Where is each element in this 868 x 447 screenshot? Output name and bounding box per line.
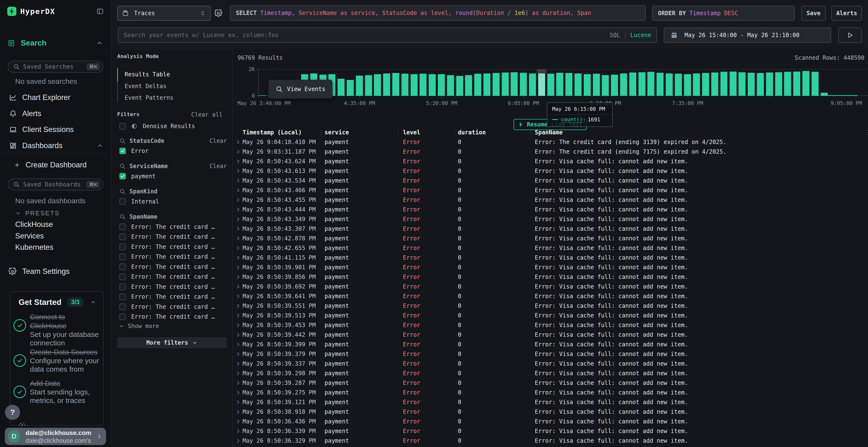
filter-checkbox[interactable] <box>119 274 126 280</box>
table-row[interactable]: May 26 9:04:18.410 PMpaymentError0Error:… <box>233 137 868 147</box>
histogram-bar[interactable] <box>565 73 572 96</box>
time-range-picker[interactable]: May 26 15:40:00 - May 26 21:10:00 <box>664 28 831 43</box>
saved-dashboards-input[interactable]: Saved Dashboards ⌘K <box>8 178 103 191</box>
histogram-bar[interactable] <box>684 74 691 96</box>
table-row[interactable]: May 26 8:50:41.115 PMpaymentError0Error:… <box>233 253 868 263</box>
row-expand-chevron-icon[interactable] <box>235 254 241 261</box>
analysis-mode-results-table[interactable]: Results Table <box>125 71 170 78</box>
histogram-bar[interactable] <box>666 73 673 96</box>
row-expand-chevron-icon[interactable] <box>235 438 241 444</box>
table-row[interactable]: May 26 8:50:39.453 PMpaymentError0Error:… <box>233 320 868 330</box>
filter-checkbox[interactable] <box>119 264 126 270</box>
row-expand-chevron-icon[interactable] <box>235 206 241 213</box>
row-expand-chevron-icon[interactable] <box>235 341 241 347</box>
histogram-bar[interactable] <box>821 93 828 96</box>
histogram-bar[interactable] <box>438 74 445 96</box>
sidebar-collapse-icon[interactable] <box>96 8 104 15</box>
table-row[interactable]: May 26 8:50:43.466 PMpaymentError0Error:… <box>233 185 868 195</box>
histogram-bar[interactable] <box>720 72 727 96</box>
histogram-bar[interactable] <box>356 76 363 96</box>
filter-option[interactable]: Error: The credit card … <box>119 293 227 301</box>
table-row[interactable]: May 26 8:50:39.641 PMpaymentError0Error:… <box>233 291 868 301</box>
help-button[interactable]: ? <box>5 405 20 419</box>
filter-option[interactable]: Error: The credit card … <box>119 233 227 241</box>
denoise-results-toggle[interactable]: Denoise Results <box>119 123 195 130</box>
more-filters-button[interactable]: More filters <box>117 337 227 348</box>
search-section-header[interactable]: Search <box>8 38 103 47</box>
histogram-bar[interactable] <box>538 73 545 96</box>
histogram-bar[interactable] <box>584 74 591 96</box>
histogram-bar[interactable] <box>702 73 709 96</box>
histogram-bar[interactable] <box>338 79 345 96</box>
histogram-bar[interactable] <box>456 76 463 96</box>
histogram-bar[interactable] <box>401 74 408 96</box>
histogram-bar[interactable] <box>575 73 582 96</box>
table-row[interactable]: May 26 8:50:39.275 PMpaymentError0Error:… <box>233 388 868 398</box>
histogram-bar[interactable] <box>602 75 609 96</box>
filter-checkbox[interactable] <box>119 224 126 230</box>
histogram-bar[interactable] <box>611 75 618 96</box>
table-row[interactable]: May 26 8:50:36.436 PMpaymentError0Error:… <box>233 417 868 426</box>
histogram-bar[interactable] <box>675 74 682 96</box>
histogram-bar[interactable] <box>593 74 600 96</box>
row-expand-chevron-icon[interactable] <box>235 370 241 376</box>
table-row[interactable]: May 26 8:50:43.444 PMpaymentError0Error:… <box>233 205 868 214</box>
table-row[interactable]: May 26 8:50:39.287 PMpaymentError0Error:… <box>233 378 868 388</box>
show-more-button[interactable]: Show more <box>119 323 159 330</box>
histogram-bar[interactable] <box>693 73 700 96</box>
table-row[interactable]: May 26 8:50:43.307 PMpaymentError0Error:… <box>233 224 868 234</box>
histogram-bar[interactable] <box>656 73 663 96</box>
chevron-up-icon[interactable] <box>90 299 96 305</box>
filter-option[interactable]: Error: The credit card … <box>119 303 227 311</box>
chevron-up-icon[interactable] <box>96 39 103 47</box>
histogram-bar[interactable] <box>465 75 472 96</box>
histogram-bar[interactable] <box>757 73 764 96</box>
filter-checkbox[interactable] <box>119 304 126 310</box>
row-expand-chevron-icon[interactable] <box>235 428 241 434</box>
row-expand-chevron-icon[interactable] <box>235 322 241 328</box>
table-row[interactable]: May 26 8:50:39.379 PMpaymentError0Error:… <box>233 349 868 359</box>
histogram-bar[interactable] <box>620 73 627 96</box>
table-row[interactable]: May 26 9:03:31.187 PMpaymentError0Error:… <box>233 147 868 157</box>
filter-option[interactable]: payment <box>119 172 227 180</box>
column-resize-handle[interactable]: ⋮ <box>528 129 534 136</box>
column-header-level[interactable]: level <box>403 129 420 136</box>
search-icon[interactable] <box>119 188 126 195</box>
histogram-bar[interactable] <box>511 72 518 96</box>
row-expand-chevron-icon[interactable] <box>235 283 241 290</box>
view-events-button[interactable]: View Events <box>268 80 333 99</box>
row-expand-chevron-icon[interactable] <box>235 158 241 165</box>
filter-option[interactable]: Internal <box>119 198 227 206</box>
sidebar-item-client-sessions[interactable]: Client Sessions <box>9 125 103 134</box>
lang-toggle-sql[interactable]: SQL <box>610 32 620 38</box>
histogram-bar[interactable] <box>775 72 782 96</box>
lucene-search-input[interactable]: Search your events w/ Lucene ex. column:… <box>118 28 657 43</box>
histogram-bar[interactable] <box>411 74 417 96</box>
histogram-bar[interactable] <box>347 80 354 96</box>
histogram-bar[interactable] <box>766 72 773 96</box>
histogram-bar[interactable] <box>374 74 381 96</box>
create-dashboard-button[interactable]: Create Dashboard <box>14 161 87 170</box>
table-row[interactable]: May 26 8:50:39.901 PMpaymentError0Error:… <box>233 263 868 272</box>
row-expand-chevron-icon[interactable] <box>235 380 241 386</box>
sql-query-input[interactable]: SELECT Timestamp, ServiceName as service… <box>230 5 646 21</box>
lang-toggle-lucene[interactable]: Lucene <box>630 32 651 38</box>
histogram-bar[interactable] <box>784 72 791 96</box>
user-menu[interactable]: D dale@clickhouse.com dale@clickhouse.co… <box>5 428 106 445</box>
get-started-item[interactable]: Connect to ClickHouseSet up your databas… <box>13 312 100 347</box>
histogram-bar[interactable] <box>365 75 372 96</box>
histogram-bar[interactable] <box>556 73 563 96</box>
row-expand-chevron-icon[interactable] <box>235 312 241 319</box>
table-row[interactable]: May 26 8:50:39.692 PMpaymentError0Error:… <box>233 282 868 291</box>
row-expand-chevron-icon[interactable] <box>235 139 241 145</box>
histogram-bar[interactable] <box>420 74 427 96</box>
histogram-bar[interactable] <box>547 74 554 96</box>
filter-option[interactable]: Error: The credit card … <box>119 243 227 251</box>
sidebar-item-chart-explorer[interactable]: Chart Explorer <box>9 93 103 102</box>
row-expand-chevron-icon[interactable] <box>235 197 241 203</box>
table-row[interactable]: May 26 8:50:36.339 PMpaymentError0Error:… <box>233 426 868 436</box>
table-row[interactable]: May 26 8:50:43.534 PMpaymentError0Error:… <box>233 176 868 185</box>
filter-option[interactable]: Error: The credit card … <box>119 313 227 321</box>
histogram-bar[interactable] <box>647 72 654 96</box>
column-header-spanname[interactable]: SpanName <box>535 129 563 136</box>
